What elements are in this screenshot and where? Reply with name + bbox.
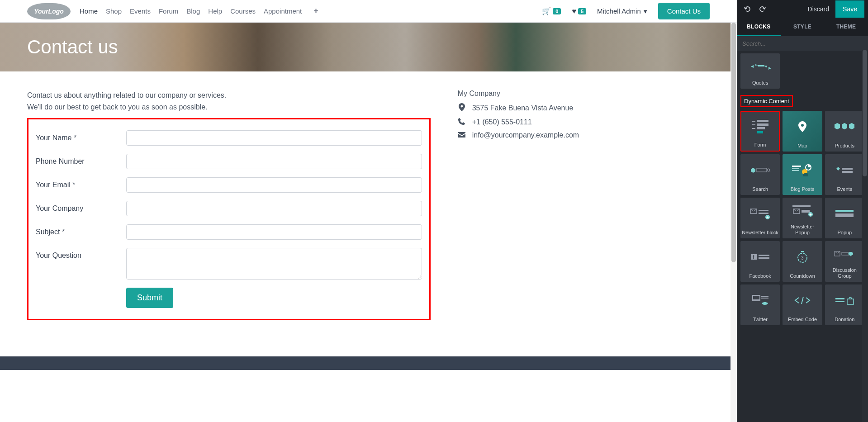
site-logo[interactable]: YourLogo	[27, 3, 71, 19]
block-discussion[interactable]: Discussion Group	[825, 241, 864, 282]
products-icon	[834, 111, 855, 143]
countdown-icon: 3	[796, 241, 809, 273]
main-content-area: YourLogo Home Shop Events Forum Blog Hel…	[0, 0, 737, 422]
block-countdown[interactable]: 3 Countdown	[783, 241, 822, 282]
nav-courses[interactable]: Courses	[230, 7, 256, 15]
newsletter-icon: +	[749, 198, 771, 230]
svg-text:3: 3	[801, 256, 804, 261]
user-menu[interactable]: Mitchell Admin ▾	[597, 7, 647, 15]
svg-rect-6	[757, 123, 768, 126]
block-donation[interactable]: Donation	[825, 284, 864, 325]
wishlist-button[interactable]: ♥ 5	[572, 7, 586, 15]
block-newsletter[interactable]: + Newsletter block	[740, 198, 780, 238]
svg-rect-34	[759, 255, 769, 256]
donation-icon	[835, 284, 854, 317]
block-search[interactable]: Search	[740, 154, 780, 195]
events-icon	[835, 154, 854, 186]
cart-icon: 🛒	[542, 7, 551, 15]
svg-rect-31	[835, 213, 854, 217]
nav-home[interactable]: Home	[80, 7, 98, 15]
facebook-icon: f	[750, 241, 770, 273]
block-products[interactable]: Products	[825, 111, 864, 152]
nav-right: 🛒 0 ♥ 5 Mitchell Admin ▾ Contact Us	[542, 3, 710, 19]
block-popup[interactable]: Popup	[825, 198, 864, 238]
block-newsletter-popup-label: Newsletter Popup	[783, 224, 822, 236]
svg-rect-8	[757, 127, 765, 129]
block-twitter-label: Twitter	[752, 317, 768, 322]
discard-button[interactable]: Discard	[802, 1, 835, 17]
tab-style[interactable]: STYLE	[781, 18, 825, 36]
block-map-label: Map	[797, 143, 808, 149]
block-facebook[interactable]: f Facebook	[740, 241, 780, 282]
tab-theme[interactable]: THEME	[824, 18, 868, 36]
subject-label: Subject *	[36, 224, 126, 236]
main-scrollbar[interactable]	[730, 23, 737, 422]
tab-blocks[interactable]: BLOCKS	[737, 18, 781, 36]
svg-rect-18	[842, 168, 853, 170]
svg-rect-42	[753, 296, 759, 299]
email-input[interactable]	[126, 177, 422, 193]
svg-rect-27	[802, 210, 810, 213]
company-address: 3575 Fake Buena Vista Avenue	[472, 104, 574, 112]
editor-tabs: BLOCKS STYLE THEME	[737, 18, 868, 36]
svg-text:❞ ▸: ❞ ▸	[764, 65, 771, 71]
company-input[interactable]	[126, 201, 422, 216]
name-input[interactable]	[126, 130, 422, 146]
block-map[interactable]: Map	[783, 111, 822, 152]
submit-button[interactable]: Submit	[126, 288, 173, 308]
company-address-row: 3575 Fake Buena Vista Avenue	[458, 103, 710, 113]
cart-count-badge: 0	[553, 8, 561, 14]
save-button[interactable]: Save	[835, 0, 864, 18]
nav-appointment[interactable]: Appointment	[264, 7, 302, 15]
block-newsletter-popup[interactable]: + Newsletter Popup	[783, 198, 822, 238]
map-icon	[798, 111, 806, 143]
twitter-icon	[750, 284, 770, 317]
cart-button[interactable]: 🛒 0	[542, 7, 561, 15]
block-search-label: Search	[751, 186, 769, 192]
svg-rect-3	[752, 121, 755, 122]
intro-text: Contact us about anything related to our…	[27, 90, 431, 113]
block-search-input[interactable]	[742, 40, 863, 47]
nav-blog[interactable]: Blog	[186, 7, 200, 15]
nav-shop[interactable]: Shop	[106, 7, 122, 15]
content-area: Contact us about anything related to our…	[0, 71, 737, 338]
block-discussion-label: Discussion Group	[825, 267, 864, 279]
question-textarea[interactable]	[126, 248, 422, 280]
block-facebook-label: Facebook	[749, 273, 772, 279]
svg-rect-19	[842, 171, 853, 173]
name-label: Your Name *	[36, 130, 126, 142]
company-phone: +1 (650) 555-0111	[472, 118, 532, 126]
svg-rect-44	[761, 298, 768, 299]
contact-us-button[interactable]: Contact Us	[658, 3, 710, 19]
svg-rect-45	[835, 298, 844, 299]
svg-rect-10	[757, 168, 767, 172]
discussion-icon	[834, 241, 855, 267]
block-blog-posts[interactable]: Blog Posts	[783, 154, 822, 195]
nav-help[interactable]: Help	[208, 7, 222, 15]
block-form[interactable]: Form	[740, 111, 780, 152]
blocks-panel[interactable]: ◂ ❝❞ ▸ Quotes Dynamic Content Form	[737, 51, 868, 422]
svg-rect-30	[835, 210, 854, 212]
company-email-row: info@yourcompany.example.com	[458, 131, 710, 139]
nav-events[interactable]: Events	[130, 7, 151, 15]
block-newsletter-label: Newsletter block	[741, 230, 779, 236]
wishlist-count-badge: 5	[578, 8, 586, 14]
question-label: Your Question	[36, 248, 126, 260]
block-embed-code[interactable]: Embed Code	[783, 284, 822, 325]
phone-input[interactable]	[126, 154, 422, 169]
intro-line2: We'll do our best to get back to you as …	[27, 101, 431, 113]
undo-button[interactable]	[740, 2, 755, 16]
block-twitter[interactable]: Twitter	[740, 284, 780, 325]
panel-scrollbar[interactable]	[862, 50, 868, 422]
subject-input[interactable]	[126, 224, 422, 240]
redo-button[interactable]	[755, 2, 769, 16]
nav-forum[interactable]: Forum	[159, 7, 178, 15]
block-search	[737, 36, 868, 51]
nav-add-icon[interactable]: +	[313, 6, 318, 16]
svg-rect-21	[759, 210, 768, 211]
block-events[interactable]: Events	[825, 154, 864, 195]
hero-banner: Contact us	[0, 23, 737, 71]
svg-rect-22	[759, 213, 768, 214]
newsletter-popup-icon: +	[792, 198, 813, 224]
block-quotes[interactable]: ◂ ❝❞ ▸ Quotes	[740, 53, 780, 89]
